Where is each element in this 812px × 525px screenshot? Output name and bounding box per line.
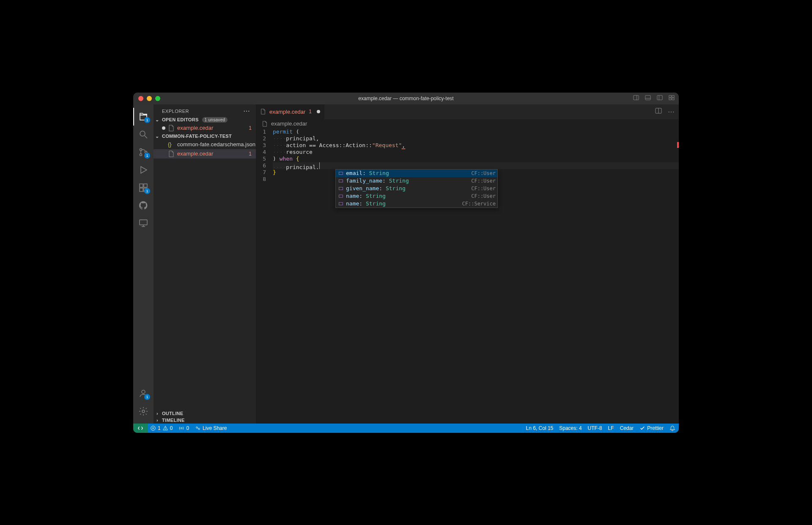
- svg-point-13: [140, 153, 142, 156]
- svg-point-36: [165, 429, 165, 429]
- file-item-schema[interactable]: {} common-fate.cedarschema.json: [154, 140, 256, 149]
- sidebar-more-icon[interactable]: ⋯: [243, 108, 250, 115]
- svg-rect-2: [645, 95, 650, 100]
- autocomplete-item[interactable]: name: String CF::Service: [336, 200, 497, 208]
- svg-line-40: [198, 428, 199, 429]
- outline-label: OUTLINE: [162, 411, 183, 416]
- activity-extensions[interactable]: 1: [133, 179, 154, 197]
- chevron-right-icon: ›: [154, 418, 160, 423]
- svg-rect-4: [657, 95, 662, 100]
- autocomplete-popup[interactable]: email: String CF::User family_name: Stri…: [335, 169, 498, 208]
- sidebar: EXPLORER ⋯ ⌄ OPEN EDITORS 1 unsaved exam…: [154, 104, 256, 424]
- svg-point-37: [181, 427, 183, 429]
- activity-accounts[interactable]: 1: [133, 385, 154, 402]
- toggle-panel-icon[interactable]: [633, 95, 639, 102]
- autocomplete-item[interactable]: family_name: String CF::User: [336, 177, 497, 185]
- autocomplete-item[interactable]: given_name: String CF::User: [336, 185, 497, 192]
- status-liveshare[interactable]: Live Share: [195, 425, 227, 431]
- scm-badge: 1: [144, 153, 150, 159]
- tabs-row: example.cedar 1 ⋯: [256, 104, 679, 119]
- code-editor[interactable]: 1 2 3 4 5 6 7 8 permit ( ····principal, …: [256, 129, 679, 424]
- status-language[interactable]: Cedar: [620, 425, 634, 431]
- maximize-window[interactable]: [155, 96, 160, 101]
- status-indent[interactable]: Spaces: 4: [559, 425, 582, 431]
- folder-section[interactable]: ⌄ COMMON-FATE-POLICY-TEST: [154, 133, 256, 140]
- file-item-cedar[interactable]: example.cedar 1: [154, 149, 256, 159]
- tab-filename: example.cedar: [269, 109, 305, 115]
- open-editor-filename: example.cedar: [177, 125, 246, 131]
- outline-section[interactable]: › OUTLINE: [154, 410, 256, 417]
- svg-rect-16: [140, 184, 143, 187]
- customize-layout-icon[interactable]: [669, 95, 675, 102]
- svg-marker-15: [141, 167, 147, 173]
- svg-rect-27: [339, 172, 343, 175]
- svg-rect-0: [634, 95, 639, 100]
- autocomplete-item[interactable]: email: String CF::User: [336, 170, 497, 177]
- more-actions-icon[interactable]: ⋯: [668, 108, 675, 116]
- toggle-sidebar-icon[interactable]: [657, 95, 663, 102]
- sidebar-title: EXPLORER: [162, 109, 189, 114]
- svg-rect-18: [140, 188, 143, 191]
- status-problems[interactable]: 1 0: [150, 425, 173, 431]
- property-icon: [337, 194, 344, 199]
- chevron-right-icon: ›: [154, 411, 160, 416]
- open-editors-section[interactable]: ⌄ OPEN EDITORS 1 unsaved: [154, 116, 256, 123]
- status-prettier[interactable]: Prettier: [639, 425, 664, 431]
- timeline-label: TIMELINE: [162, 418, 185, 423]
- svg-rect-20: [140, 220, 147, 225]
- activity-github[interactable]: [133, 197, 154, 214]
- activity-search[interactable]: [133, 126, 154, 143]
- autocomplete-item[interactable]: name: String CF::User: [336, 192, 497, 200]
- open-editors-label: OPEN EDITORS: [162, 117, 199, 122]
- breadcrumb-file: example.cedar: [271, 120, 307, 127]
- svg-rect-17: [144, 184, 147, 187]
- property-icon: [337, 186, 344, 191]
- toggle-bottom-icon[interactable]: [645, 95, 651, 102]
- svg-point-24: [142, 410, 145, 413]
- activity-debug[interactable]: [133, 161, 154, 179]
- status-encoding[interactable]: UTF-8: [588, 425, 602, 431]
- json-file-icon: {}: [168, 141, 175, 148]
- close-window[interactable]: [138, 96, 143, 101]
- window-title: example.cedar — common-fate-policy-test: [133, 96, 679, 101]
- problem-count: 1: [249, 125, 252, 131]
- statusbar: 1 0 0 Live Share Ln 6, Col 15 Spaces: 4 …: [133, 424, 679, 433]
- editor-tab[interactable]: example.cedar 1: [256, 104, 325, 119]
- status-ports[interactable]: 0: [178, 425, 189, 431]
- extensions-badge: 1: [144, 188, 150, 194]
- explorer-badge: 1: [144, 117, 150, 123]
- svg-point-12: [140, 148, 142, 150]
- chevron-down-icon: ⌄: [154, 117, 160, 123]
- svg-point-23: [142, 390, 145, 394]
- minimize-window[interactable]: [147, 96, 152, 101]
- tab-problem-count: 1: [309, 109, 312, 115]
- file-icon: [168, 150, 175, 157]
- svg-rect-9: [672, 98, 674, 99]
- timeline-section[interactable]: › TIMELINE: [154, 417, 256, 424]
- error-marker[interactable]: [677, 142, 679, 148]
- split-editor-icon[interactable]: [655, 107, 662, 116]
- titlebar[interactable]: example.cedar — common-fate-policy-test: [133, 93, 679, 104]
- file-name: common-fate.cedarschema.json: [177, 141, 256, 148]
- status-eol[interactable]: LF: [608, 425, 614, 431]
- status-notifications[interactable]: [669, 425, 675, 431]
- svg-rect-28: [339, 180, 343, 182]
- sidebar-header: EXPLORER ⋯: [154, 104, 256, 116]
- unsaved-badge: 1 unsaved: [202, 117, 228, 123]
- code-content[interactable]: permit ( ····principal, ····action == Ac…: [273, 129, 679, 424]
- svg-rect-29: [339, 187, 343, 190]
- activity-remote[interactable]: [133, 214, 154, 232]
- vscode-window: example.cedar — common-fate-policy-test …: [133, 93, 679, 433]
- accounts-badge: 1: [144, 394, 150, 400]
- open-editor-item[interactable]: example.cedar 1: [154, 123, 256, 133]
- breadcrumb[interactable]: example.cedar: [256, 119, 679, 129]
- activity-scm[interactable]: 1: [133, 143, 154, 161]
- svg-rect-6: [669, 95, 671, 97]
- property-icon: [337, 178, 344, 183]
- status-cursor[interactable]: Ln 6, Col 15: [526, 425, 554, 431]
- activity-explorer[interactable]: 1: [133, 108, 154, 126]
- activity-settings[interactable]: [133, 402, 154, 420]
- property-icon: [337, 171, 344, 176]
- folder-label: COMMON-FATE-POLICY-TEST: [162, 134, 232, 139]
- remote-indicator[interactable]: [133, 424, 148, 433]
